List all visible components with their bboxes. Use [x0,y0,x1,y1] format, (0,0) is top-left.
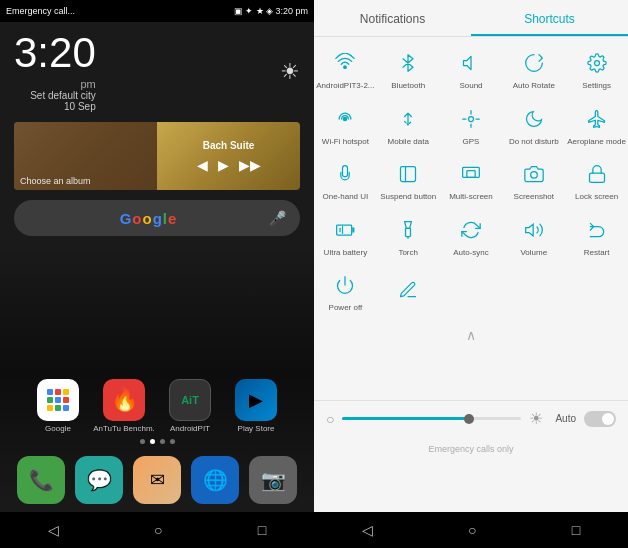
antutu-app-icon[interactable]: 🔥 [103,379,145,421]
settings-label: Settings [582,81,611,91]
google-app-label: Google [45,424,71,433]
back-button[interactable]: ◁ [48,522,59,538]
page-dot-3 [160,439,165,444]
shortcut-edit[interactable] [377,263,440,319]
svg-point-8 [530,172,537,179]
lock-screen-label: Lock screen [575,192,618,202]
dock-mail[interactable]: ✉ [133,456,181,504]
emergency-call-text: Emergency call... [6,6,75,16]
music-play-button[interactable]: ▶ [218,157,229,173]
shortcut-volume[interactable]: Volume [502,208,565,264]
clock-ampm: pm [80,78,95,90]
shortcut-sound[interactable]: Sound [440,41,503,97]
recent-button[interactable]: □ [258,522,266,538]
app-grid: Google 🔥 AnTuTu Benchm. AiT AndroidPIT ▶… [0,379,314,433]
music-widget: Choose an album Bach Suite ◀ ▶ ▶▶ [14,122,300,190]
shortcut-settings[interactable]: Settings [565,41,628,97]
page-dots [140,439,175,444]
right-recent-button[interactable]: □ [572,522,580,538]
shortcut-restart[interactable]: Restart [565,208,628,264]
playstore-app-icon[interactable]: ▶ [235,379,277,421]
shortcut-screenshot[interactable]: Screenshot [502,152,565,208]
home-button[interactable]: ○ [154,522,162,538]
svg-rect-10 [337,225,352,235]
search-bar[interactable]: Google 🎤 [14,200,300,236]
dock-phone[interactable]: 📞 [17,456,65,504]
app-item-playstore[interactable]: ▶ Play Store [229,379,283,433]
dock-browser[interactable]: 🌐 [191,456,239,504]
hotspot-icon [331,105,359,133]
shortcut-mobile-data[interactable]: Mobile data [377,97,440,153]
shortcut-torch[interactable]: Torch [377,208,440,264]
shortcut-battery[interactable]: Ultra battery [314,208,377,264]
weather-sun-icon: ☀ [280,59,300,85]
dock-camera[interactable]: 📷 [249,456,297,504]
one-hand-label: One-hand UI [322,192,368,202]
shortcut-multi-screen[interactable]: Multi-screen [440,152,503,208]
clock-time: 3:20 [14,32,96,74]
shortcut-hotspot[interactable]: Wi-Fi hotspot [314,97,377,153]
app-item-androidpit[interactable]: AiT AndroidPIT [163,379,217,433]
auto-rotate-icon [520,49,548,77]
shortcut-one-hand[interactable]: One-hand UI [314,152,377,208]
music-player-right: Bach Suite ◀ ▶ ▶▶ [157,122,300,190]
battery-label: Ultra battery [324,248,368,258]
shortcut-power-off[interactable]: Power off [314,263,377,319]
shortcut-wifi[interactable]: AndroidPIT3-2... [314,41,377,97]
suspend-icon [394,160,422,188]
auto-brightness-toggle[interactable] [584,411,616,427]
shortcut-bluetooth[interactable]: Bluetooth [377,41,440,97]
androidpit-app-icon[interactable]: AiT [169,379,211,421]
multi-screen-label: Multi-screen [449,192,493,202]
tab-shortcuts[interactable]: Shortcuts [471,0,628,36]
app-item-antutu[interactable]: 🔥 AnTuTu Benchm. [97,379,151,433]
tab-notifications[interactable]: Notifications [314,0,471,36]
page-dot-2 [150,439,155,444]
shortcut-lock-screen[interactable]: Lock screen [565,152,628,208]
status-left: Emergency call... [6,6,75,16]
page-dot-4 [170,439,175,444]
music-controls[interactable]: ◀ ▶ ▶▶ [197,157,261,173]
shortcut-auto-sync[interactable]: Auto-sync [440,208,503,264]
svg-point-1 [594,61,599,66]
restart-label: Restart [584,248,610,258]
google-logo: Google [28,210,269,227]
airplane-label: Aeroplane mode [567,137,626,147]
multi-screen-icon [457,160,485,188]
edit-icon [394,276,422,304]
brightness-fill [342,417,467,420]
svg-point-0 [344,66,347,69]
auto-brightness-label: Auto [555,413,576,424]
music-album-art-left: Choose an album [14,122,157,190]
shortcut-airplane[interactable]: Aeroplane mode [565,97,628,153]
brightness-bright-icon: ☀ [529,409,543,428]
brightness-dim-icon: ○ [326,411,334,427]
shortcut-gps[interactable]: GPS [440,97,503,153]
right-home-button[interactable]: ○ [468,522,476,538]
mobile-data-label: Mobile data [388,137,429,147]
panel-chevron-up[interactable]: ∧ [314,323,628,347]
status-icons: ▣ ✦ ★ ◈ [234,6,274,16]
gps-icon [457,105,485,133]
svg-rect-7 [467,171,475,178]
shortcut-dnd[interactable]: Do not disturb [502,97,565,153]
svg-rect-4 [401,167,416,182]
dock-messages[interactable]: 💬 [75,456,123,504]
app-item-google[interactable]: Google [31,379,85,433]
volume-icon [520,216,548,244]
right-nav-bar: ◁ ○ □ [314,512,628,548]
shortcut-empty-1 [440,263,503,319]
shortcut-auto-rotate[interactable]: Auto Rotate [502,41,565,97]
bluetooth-icon [394,49,422,77]
shortcut-suspend[interactable]: Suspend button [377,152,440,208]
right-back-button[interactable]: ◁ [362,522,373,538]
mic-icon[interactable]: 🎤 [269,210,286,226]
svg-rect-9 [589,173,604,182]
music-prev-button[interactable]: ◀ [197,157,208,173]
brightness-thumb [464,414,474,424]
volume-label: Volume [520,248,547,258]
torch-label: Torch [398,248,418,258]
google-app-icon[interactable] [37,379,79,421]
brightness-slider[interactable] [342,417,521,420]
music-next-button[interactable]: ▶▶ [239,157,261,173]
